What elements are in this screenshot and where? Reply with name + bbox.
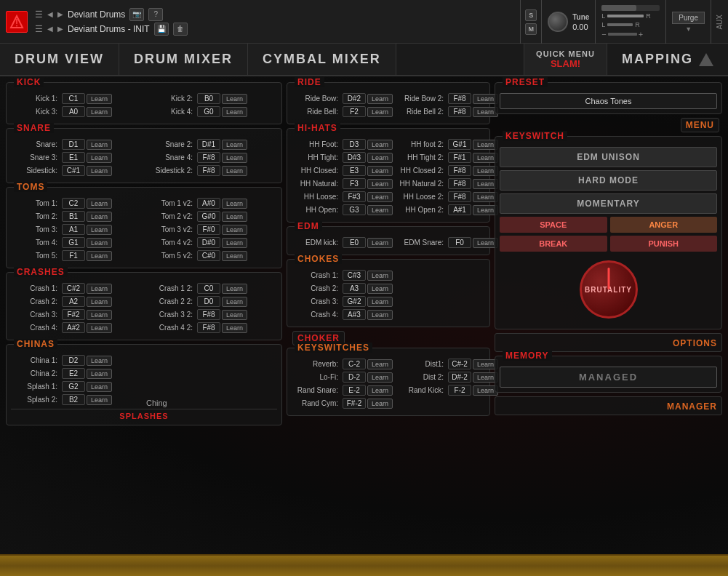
splash2-learn[interactable]: Learn (87, 395, 112, 405)
snare2-learn[interactable]: Learn (222, 140, 247, 150)
lofi-learn[interactable]: Learn (367, 372, 393, 383)
randsnare-learn[interactable]: Learn (367, 385, 393, 396)
hhnatural-learn[interactable]: Learn (367, 179, 393, 189)
choke2-note: A3 (343, 283, 366, 294)
choke4-learn[interactable]: Learn (367, 310, 393, 320)
momentary-btn[interactable]: MOMENTARY (500, 193, 717, 214)
hhfoot-learn[interactable]: Learn (367, 140, 393, 150)
snare1-learn[interactable]: Learn (87, 140, 112, 150)
choke3-learn[interactable]: Learn (367, 297, 393, 307)
toms-col-left: Tom 1:C2Learn Tom 2:B1Learn Tom 3:A1Lear… (11, 198, 142, 263)
tom5v2-learn[interactable]: Learn (222, 251, 247, 261)
choke2-learn[interactable]: Learn (367, 284, 393, 294)
kick2-learn[interactable]: Learn (222, 94, 247, 104)
preset-input[interactable] (500, 93, 717, 109)
vol-minus[interactable]: − (601, 30, 606, 39)
keyswitch-panel-section: KEYSWITCH EDM UNISON HARD MODE MOMENTARY… (495, 136, 722, 329)
hhclosed-learn[interactable]: Learn (367, 166, 393, 176)
hhtight2-label: HH Tight 2: (397, 153, 447, 161)
snare4-learn[interactable]: Learn (222, 153, 247, 163)
tom5v2-note: C#0 (197, 250, 220, 261)
tom2v2-learn[interactable]: Learn (222, 212, 247, 222)
preset-section: PRESET (495, 82, 722, 114)
hhloose-learn[interactable]: Learn (367, 192, 393, 202)
tom4v2-learn[interactable]: Learn (222, 238, 247, 248)
tom2-learn[interactable]: Learn (87, 212, 112, 222)
kick3-learn[interactable]: Learn (87, 107, 112, 117)
china1-learn[interactable]: Learn (87, 356, 112, 366)
edm-unison-btn[interactable]: EDM UNISON (500, 147, 717, 167)
choke2-label: Crash 2: (292, 284, 341, 292)
hhopen-learn[interactable]: Learn (367, 205, 393, 215)
choke1-learn[interactable]: Learn (367, 271, 393, 281)
delete-btn[interactable]: 🗑 (173, 23, 188, 36)
china2-learn[interactable]: Learn (87, 369, 112, 379)
ridebow-note: D#2 (343, 93, 366, 104)
crash3-learn[interactable]: Learn (87, 310, 112, 320)
crash1-learn[interactable]: Learn (87, 284, 112, 294)
ridebell-learn[interactable]: Learn (367, 107, 393, 117)
chinas-title: CHINAS (14, 339, 57, 349)
tom1-learn[interactable]: Learn (87, 199, 112, 209)
ride-col-right: Ride Bow 2:F#8Learn Ride Bell 2:F#8Learn (397, 93, 498, 119)
ridebow2-note: F#8 (448, 93, 471, 104)
hhopen-note: G3 (343, 204, 366, 215)
anger-btn[interactable]: ANGER (610, 217, 718, 233)
tom2-note: B1 (62, 211, 85, 222)
tab-drum-view[interactable]: DRUM VIEW (0, 44, 119, 75)
main-knob[interactable] (548, 12, 568, 32)
info-btn[interactable]: ? (148, 8, 163, 21)
s-button[interactable]: S (525, 9, 537, 21)
kick1-learn[interactable]: Learn (87, 94, 112, 104)
save-btn[interactable]: 💾 (154, 23, 169, 36)
punish-btn[interactable]: PUNISH (610, 236, 718, 252)
options-label: OPTIONS (673, 338, 717, 348)
hihats-col-right: HH foot 2:G#1Learn HH Tight 2:F#1Learn H… (397, 139, 498, 217)
tom4-learn[interactable]: Learn (87, 238, 112, 248)
crash32-learn[interactable]: Learn (222, 310, 247, 320)
tab-mapping[interactable]: MAPPING (607, 44, 728, 75)
header-right-controls: S M Tune 0.00 L R L R (520, 0, 728, 44)
break-btn[interactable]: BREAK (500, 236, 607, 252)
crash12-learn[interactable]: Learn (222, 284, 247, 294)
ridebow-learn[interactable]: Learn (367, 94, 393, 104)
snare-section: SNARE Snare:D1Learn Snare 3:E1Learn Side… (6, 128, 282, 183)
tom1v2-learn[interactable]: Learn (222, 199, 247, 209)
kick-keys: Kick 1: C1 Learn Kick 3: A0 Learn (11, 93, 277, 119)
randcym-learn[interactable]: Learn (367, 399, 393, 409)
kick4-learn[interactable]: Learn (222, 107, 247, 117)
splash1-learn[interactable]: Learn (87, 382, 112, 392)
hhtight-learn[interactable]: Learn (367, 153, 393, 163)
reverb-learn[interactable]: Learn (367, 359, 393, 369)
tab-drum-mixer[interactable]: DRUM MIXER (119, 44, 248, 75)
camera-btn[interactable]: 📷 (129, 8, 144, 21)
space-btn[interactable]: SPACE (500, 217, 607, 233)
crash4-learn[interactable]: Learn (87, 323, 112, 333)
crash22-learn[interactable]: Learn (222, 297, 247, 307)
ridebell-label: Ride Bell: (292, 108, 341, 116)
header-row-2: ☰ ◀ ▶ Deviant Drums - INIT 💾 🗑 (35, 23, 188, 36)
tom3v2-learn[interactable]: Learn (222, 225, 247, 235)
sidestick1-learn[interactable]: Learn (87, 166, 112, 176)
sidestick2-learn[interactable]: Learn (222, 166, 247, 176)
snare3-learn[interactable]: Learn (87, 153, 112, 163)
purge-button[interactable]: Purge (672, 12, 705, 24)
tab-cymbal-mixer[interactable]: CYMBAL MIXER (248, 44, 396, 75)
toms-keys: Tom 1:C2Learn Tom 2:B1Learn Tom 3:A1Lear… (11, 198, 277, 263)
tom5-learn[interactable]: Learn (87, 251, 112, 261)
edmkick-learn[interactable]: Learn (367, 238, 393, 248)
tab-quick-menu[interactable]: QUICK MENU SLAM! (524, 44, 607, 75)
vol-plus[interactable]: + (639, 30, 643, 39)
ridebell-note: F2 (343, 106, 366, 117)
tom3-learn[interactable]: Learn (87, 225, 112, 235)
tom5-label: Tom 5: (11, 252, 60, 260)
ridebell2-note: F#8 (448, 106, 471, 117)
managed-btn[interactable]: MANAGED (500, 367, 717, 388)
edm-section: EDM EDM kick:E0Learn EDM Snare:F0Learn (287, 226, 490, 255)
tune-slider-top[interactable] (601, 5, 660, 11)
hard-mode-btn[interactable]: HARD MODE (500, 170, 717, 191)
m-button[interactable]: M (525, 23, 537, 35)
brutality-knob[interactable]: BRUTALITY (580, 260, 638, 319)
crash42-learn[interactable]: Learn (222, 323, 247, 333)
crash2-learn[interactable]: Learn (87, 297, 112, 307)
